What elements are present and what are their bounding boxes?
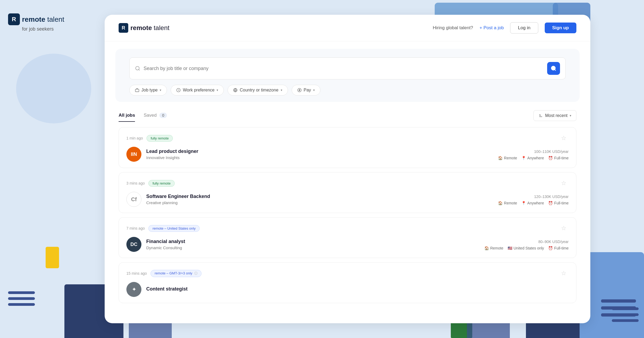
save-job-button[interactable]: ☆ [559,178,569,188]
sort-icon [539,113,543,118]
nav-logo-icon: R [119,23,128,33]
svg-rect-9 [135,89,139,92]
job-right: 100–110K USD/year 🏠Remote 📍Anywhere ⏰Ful… [498,149,569,160]
signup-button[interactable]: Sign up [545,23,576,33]
nav-logo: R remote talent [119,23,169,33]
filter-pay-label: Pay [304,88,311,93]
filter-country[interactable]: Country or timezone ▾ [228,85,288,95]
save-job-button[interactable]: ☆ [559,269,569,278]
job-left: Cf Software Engineer Backend Creative pl… [126,192,210,207]
job-meta: 1 min ago fully remote [126,135,173,142]
job-salary: 120–130K USD/year [498,194,569,199]
chevron-icon: ▾ [217,88,218,92]
saved-badge: 0 [159,113,167,118]
time-ago: 7 mins ago [126,226,145,230]
job-card[interactable]: 15 mins ago remote – GMT-3/+3 only ⓘ ☆ ✦… [119,262,576,303]
brand-subtitle: for job seekers [22,26,64,32]
sidebar-brand: R remote talent for job seekers [8,13,64,32]
svg-point-8 [551,66,555,70]
sort-label: Most recent [545,113,568,118]
search-input[interactable] [144,66,544,71]
svg-point-7 [136,67,139,70]
save-job-button[interactable]: ☆ [559,223,569,233]
chevron-icon: ▾ [313,88,315,92]
main-card: R remote talent Hiring global talent? + … [105,15,590,323]
nav-logo-text: remote talent [130,24,169,32]
globe-icon [233,88,237,92]
job-badge: fully remote [148,180,174,187]
time-ago: 1 min ago [126,136,143,140]
job-card[interactable]: 3 mins ago fully remote ☆ Cf Software En… [119,172,576,213]
sort-button[interactable]: Most recent ▾ [533,110,576,121]
job-company: Creative planning [146,200,210,205]
job-body: Cf Software Engineer Backend Creative pl… [126,192,569,207]
search-button[interactable] [547,62,560,75]
job-title: Software Engineer Backend [146,194,210,199]
job-badge: fully remote [147,135,173,142]
job-title: Content strategist [146,286,188,292]
navbar: R remote talent Hiring global talent? + … [105,15,590,41]
job-right: 80–90K USD/year 🏠Remote 🇺🇸United States … [484,239,569,250]
filter-country-label: Country or timezone [240,88,278,93]
jobs-tabs: All jobs Saved 0 Most recent ▾ [119,109,576,122]
job-title: Lead product designer [146,149,198,154]
job-salary: 80–90K USD/year [484,239,569,244]
nav-right: Hiring global talent? + Post a job Log i… [433,22,576,34]
job-company: Dynamic Consulting [146,245,185,250]
job-body: IIN Lead product designer Innovative Ins… [126,147,569,162]
filter-pay[interactable]: Pay ▾ [292,85,321,95]
job-meta: 15 mins ago remote – GMT-3/+3 only ⓘ [126,270,202,277]
jobs-section: All jobs Saved 0 Most recent ▾ 1 min ago… [105,109,590,303]
chevron-icon: ▾ [160,88,161,92]
job-badge: remote – GMT-3/+3 only ⓘ [151,270,202,277]
job-meta: 3 mins ago fully remote [126,180,175,187]
filter-job-type-label: Job type [141,88,158,93]
job-body: ✦ Content strategist [126,282,569,297]
brand-name: remote talent [22,15,64,24]
login-button[interactable]: Log in [510,22,538,34]
filter-work-preference-label: Work preference [183,88,214,93]
tabs-left: All jobs Saved 0 [119,109,175,122]
brand-icon: R [8,13,20,25]
sliders-icon [176,88,181,92]
job-tags: 🏠Remote 📍Anywhere ⏰Full-time [498,201,569,205]
dollar-icon [297,88,302,92]
job-left: DC Financial analyst Dynamic Consulting [126,237,185,252]
job-salary: 100–110K USD/year [498,149,569,154]
job-meta: 7 mins ago remote – United States only [126,225,200,232]
job-title: Financial analyst [146,239,185,244]
save-job-button[interactable]: ☆ [559,133,569,143]
tab-saved[interactable]: Saved 0 [144,109,167,122]
nav-hiring-text: Hiring global talent? [433,25,473,31]
chevron-icon: ▾ [570,114,571,117]
job-badge: remote – United States only [148,225,199,232]
company-logo: IIN [126,147,141,162]
job-right: 120–130K USD/year 🏠Remote 📍Anywhere ⏰Ful… [498,194,569,205]
job-tags: 🏠Remote 📍Anywhere ⏰Full-time [498,156,569,160]
search-icon [135,66,140,71]
company-logo: DC [126,237,141,252]
job-company: Innovative Insights [146,155,198,160]
company-logo: Cf [126,192,141,207]
job-left: ✦ Content strategist [126,282,188,297]
filter-work-preference[interactable]: Work preference ▾ [171,85,224,95]
time-ago: 3 mins ago [126,181,145,185]
post-job-link[interactable]: + Post a job [480,25,504,31]
tab-all-jobs[interactable]: All jobs [119,109,135,122]
time-ago: 15 mins ago [126,271,147,275]
search-section: Job type ▾ Work preference ▾ Country or … [115,49,580,102]
job-tags: 🏠Remote 🇺🇸United States only ⏰Full-time [484,246,569,250]
job-card[interactable]: 7 mins ago remote – United States only ☆… [119,217,576,258]
job-body: DC Financial analyst Dynamic Consulting … [126,237,569,252]
search-bar [129,57,566,79]
chevron-icon: ▾ [281,88,282,92]
filters-bar: Job type ▾ Work preference ▾ Country or … [129,85,566,95]
company-logo: ✦ [126,282,141,297]
briefcase-icon [135,88,139,92]
job-left: IIN Lead product designer Innovative Ins… [126,147,198,162]
filter-job-type[interactable]: Job type ▾ [129,85,167,95]
job-card[interactable]: 1 min ago fully remote ☆ IIN Lead produc… [119,127,576,168]
